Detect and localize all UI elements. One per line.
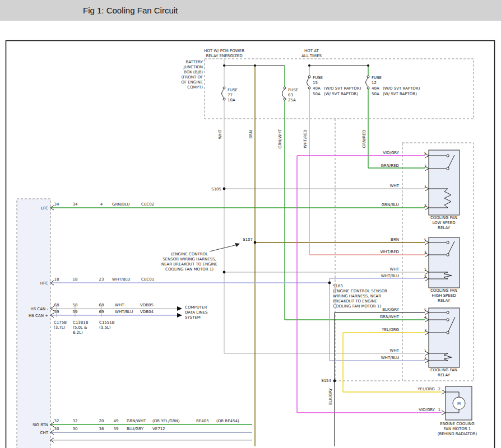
- bjb-label: (FRONT OF: [182, 75, 203, 80]
- wire-label: WHT/BLU: [381, 274, 399, 278]
- fuse-15-label: FUSE: [313, 76, 323, 80]
- computer-data-lines-label: DATA LINES: [185, 310, 208, 315]
- cht-wire-label: BLU/GRY: [127, 427, 144, 431]
- pcm-pin-can-minus: HS CAN -: [30, 307, 48, 311]
- relay-fan-name: RELAY: [438, 373, 451, 377]
- relay-low-name: RELAY: [438, 226, 451, 230]
- fuse-77-symbol: [223, 98, 225, 100]
- grn-red-vertical-label: GRN/RED: [362, 130, 367, 148]
- grn-wht-vertical-label: GRN/WHT: [278, 129, 282, 148]
- wire-label: YEL/ORG: [381, 328, 399, 332]
- bjb-label: OF ENGINE: [181, 80, 203, 85]
- relay-low-contact-point: [447, 155, 449, 157]
- s107-note: COOLING FAN MOTOR 1): [165, 267, 214, 272]
- s107-note: SENSOR WIRING HARNESS,: [163, 257, 216, 262]
- wht-vertical-label: WHT: [218, 129, 222, 139]
- pin-number: 5: [424, 151, 426, 156]
- fuse-77-symbol: [223, 87, 225, 89]
- can-minus-pin-col: 58: [73, 303, 78, 307]
- fuse-63-amps: 25A: [288, 98, 296, 102]
- hfc-pin-col: 23: [99, 277, 104, 282]
- pcm-pin-lfc: LFC: [41, 206, 48, 211]
- junction-dot: [254, 64, 256, 67]
- relay-high-name: HIGH SPEED: [432, 293, 456, 298]
- sig-rtn-pin-col: 20: [99, 419, 104, 423]
- pin-number: 2: [438, 387, 440, 391]
- pin-number: 2: [424, 203, 426, 208]
- sig-rtn-circuit-label: RE405: [196, 419, 209, 423]
- can-plus-circuit-label: VDB04: [140, 310, 154, 314]
- sig-rtn-circuit-alt-label: (OR RE454): [216, 419, 239, 423]
- motor-name: FAN MOTOR 1: [444, 427, 471, 431]
- pin-number: 5: [424, 238, 426, 242]
- fuse-15-symbol: [308, 87, 310, 89]
- pin-number: 3: [424, 164, 426, 169]
- relay-low-name: LOW SPEED: [432, 221, 455, 225]
- connector-label: C1381B: [73, 320, 89, 325]
- connector-label: 6.2L): [73, 330, 83, 335]
- splice-s154-dot: [333, 380, 336, 382]
- hot-at-all-times-label-2: ALL TIMES: [301, 54, 322, 58]
- hot-pcm-label-2: RELAY ENERGIZED: [206, 54, 242, 58]
- motor-name: (BEHIND RADIATOR): [438, 432, 477, 436]
- pin-number: 5: [424, 308, 426, 312]
- fuse-12-amps-2-note: (W/ SVT RAPTOR): [383, 92, 417, 96]
- connector-label: (5.0L &: [73, 325, 87, 330]
- pcm-pin-sig-rtn: SIG RTN: [33, 423, 48, 427]
- splice-s107-label: S107: [243, 237, 253, 242]
- bjb-label: COMPT): [187, 85, 203, 90]
- fuse-63-number: 63: [288, 93, 293, 97]
- fuse-77-amps: 10A: [228, 98, 235, 102]
- sig-rtn-wire-alt-label: (OR YEL/GRN): [152, 419, 180, 423]
- s107-note: NEAR BREAKOUT TO ENGINE: [161, 262, 218, 267]
- wiring-diagram: M HOT W/ PCM POWER RELAY ENERGIZED HOT A…: [0, 0, 501, 448]
- pin-number: 2: [424, 274, 426, 279]
- pin-number: 1: [424, 184, 426, 189]
- relay-high-speed-box: [429, 237, 460, 288]
- relay-fan-name: COOLING FAN: [430, 368, 457, 372]
- brn-vertical-label: BRN: [249, 130, 253, 139]
- fuse-15-amps-1: 40A: [313, 86, 321, 91]
- splice-s154-label: S154: [321, 379, 331, 383]
- fuse-77-label: FUSE: [228, 88, 238, 92]
- wire-label: GRN/BLU: [382, 203, 399, 207]
- lfc-circuit-label: CEC02: [141, 202, 154, 207]
- relay-high-contact-point: [447, 254, 449, 256]
- cht-pin-col: 39: [114, 427, 119, 431]
- splice-s183-dot: [328, 282, 331, 284]
- hfc-pin-col: 18: [73, 277, 78, 282]
- fuse-12-number: 12: [372, 81, 377, 85]
- fuse-63-symbol: [284, 98, 286, 100]
- fuse-12-amps-2: 50A: [372, 92, 379, 96]
- motor-name: ENGINE COOLING: [440, 422, 475, 426]
- relay-high-contact-point: [447, 241, 449, 244]
- wire-label: VIO/GRY: [419, 408, 435, 412]
- pin-number: 4: [424, 315, 426, 320]
- cht-pin-col: 36: [99, 427, 104, 431]
- wire-label: WHT: [390, 348, 400, 353]
- pin-number: 1: [424, 268, 426, 272]
- fuse-12-amps-1: 40A: [372, 86, 379, 91]
- s107-note: (ENGINE CONTROL: [171, 252, 208, 256]
- can-minus-wire-label: WHT: [115, 303, 124, 307]
- s183-note: (ENGINE CONTROL SENSOR: [333, 289, 387, 293]
- lfc-pin-col: 34: [54, 202, 59, 207]
- wire-label: YEL/ORG: [417, 387, 435, 391]
- splice-s107-dot: [254, 241, 257, 244]
- relay-fan-contact-point: [447, 332, 449, 334]
- s183-note: WIRING HARNESS, NEAR: [333, 294, 381, 298]
- hfc-pin-col: 18: [54, 277, 59, 282]
- lfc-pin-col: 4: [100, 202, 103, 207]
- fuse-63-symbol: [284, 87, 286, 89]
- relay-low-speed-box: [429, 150, 460, 215]
- bjb-label: BATTERY: [185, 60, 203, 64]
- pin-number: 2: [424, 356, 426, 361]
- can-plus-pin-col: 69: [99, 310, 104, 314]
- wht-red-vertical-label: WHT/RED: [303, 129, 308, 148]
- wire-label: BLK/GRY: [382, 307, 399, 312]
- can-plus-pin-col: 59: [54, 310, 59, 314]
- cht-circuit-label: VE712: [152, 427, 165, 431]
- connector-label: (3.7L): [54, 325, 66, 330]
- can-plus-wire-label: WHT/BLU: [115, 310, 133, 314]
- connector-label: (3.5L): [99, 325, 111, 330]
